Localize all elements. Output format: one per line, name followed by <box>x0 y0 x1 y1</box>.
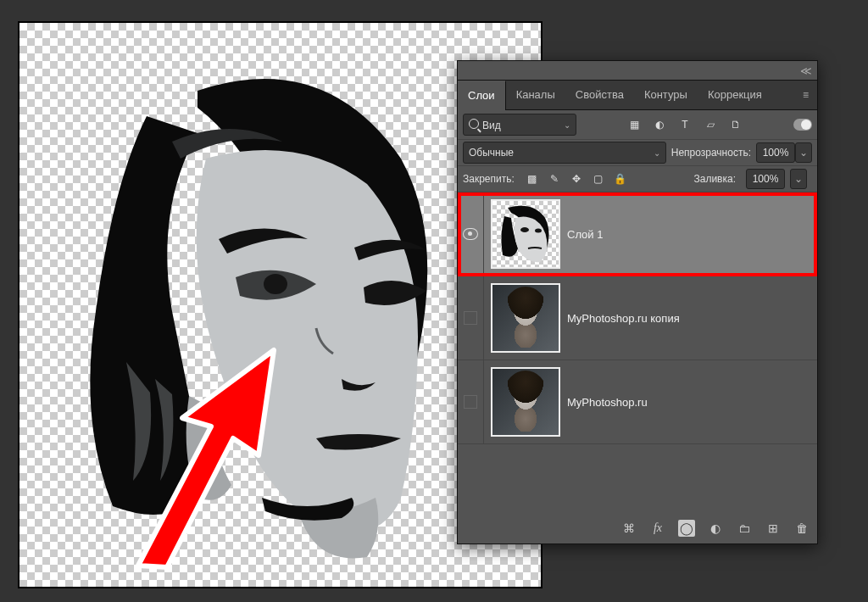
link-icon[interactable]: ⌘ <box>620 520 637 537</box>
layers-footer-icons: ⌘ fx ◯ ◐ 🗀 ⊞ 🗑 <box>620 520 810 537</box>
group-icon[interactable]: 🗀 <box>736 520 753 537</box>
tab-adjustments[interactable]: Коррекция <box>698 81 772 109</box>
panel-menu-icon[interactable]: ≡ <box>794 89 817 101</box>
layer-row[interactable]: Слой 1 <box>458 192 817 276</box>
fill-chevron[interactable]: ⌄ <box>790 169 807 189</box>
blend-opacity-row: Обычные ⌄ Непрозрачность: 100% ⌄ <box>458 140 817 166</box>
layer-name[interactable]: MyPhotoshop.ru <box>567 396 817 409</box>
panel-collapse-icon[interactable]: ≪ <box>795 64 817 77</box>
search-icon <box>469 119 479 129</box>
visibility-checkbox[interactable] <box>464 395 477 409</box>
tab-layers[interactable]: Слои <box>458 81 506 110</box>
tab-paths[interactable]: Контуры <box>634 81 698 109</box>
fx-icon[interactable]: fx <box>649 520 666 537</box>
visibility-checkbox[interactable] <box>464 311 477 325</box>
fill-label: Заливка: <box>693 173 736 185</box>
lock-row: Закрепить: ▩ ✎ ✥ ▢ 🔒 Заливка: 100% ⌄ <box>458 166 817 192</box>
svg-point-1 <box>520 227 529 232</box>
tab-properties[interactable]: Свойства <box>565 81 634 109</box>
opacity-label: Непрозрачность: <box>671 147 751 159</box>
layers-list: Слой 1 MyPhotoshop.ru копия MyPhotoshop.… <box>458 192 817 444</box>
layer-filter-dropdown[interactable]: Вид ⌄ <box>463 114 576 136</box>
layer-thumbnail[interactable] <box>491 283 560 353</box>
lock-position-icon[interactable]: ✥ <box>569 171 584 187</box>
layer-thumbnail[interactable] <box>491 199 560 269</box>
chevron-down-icon: ⌄ <box>654 148 660 158</box>
filter-shape-icon[interactable]: ▱ <box>703 117 718 132</box>
layer-row[interactable]: MyPhotoshop.ru копия <box>458 276 817 360</box>
visibility-column <box>458 192 484 276</box>
filter-icons-group: ▦ ◐ T ▱ 🗋 <box>626 117 743 132</box>
visibility-column <box>458 360 484 443</box>
filter-type-icon[interactable]: T <box>677 117 693 132</box>
lock-artboard-icon[interactable]: ▢ <box>591 171 606 187</box>
blend-mode-dropdown[interactable]: Обычные ⌄ <box>463 142 666 164</box>
lock-transparency-icon[interactable]: ▩ <box>525 171 540 187</box>
opacity-chevron[interactable]: ⌄ <box>795 142 812 163</box>
red-arrow-annotation <box>130 345 308 574</box>
visibility-column <box>458 276 484 360</box>
filter-row: Вид ⌄ ▦ ◐ T ▱ 🗋 <box>458 110 817 140</box>
lock-icons-group: ▩ ✎ ✥ ▢ 🔒 <box>525 171 628 187</box>
filter-smartobj-icon[interactable]: 🗋 <box>728 117 743 132</box>
adjustment-icon[interactable]: ◐ <box>707 520 724 537</box>
lock-brush-icon[interactable]: ✎ <box>547 171 562 187</box>
delete-icon[interactable]: 🗑 <box>793 520 810 537</box>
lock-label: Закрепить: <box>463 173 515 185</box>
opacity-value[interactable]: 100% <box>756 142 795 163</box>
layers-panel: ≪ Слои Каналы Свойства Контуры Коррекция… <box>457 60 818 544</box>
chevron-down-icon: ⌄ <box>564 120 570 130</box>
new-layer-icon[interactable]: ⊞ <box>765 520 782 537</box>
lock-all-icon[interactable]: 🔒 <box>613 171 628 187</box>
layer-name[interactable]: Слой 1 <box>567 228 817 241</box>
filter-dropdown-label: Вид <box>482 120 501 131</box>
layer-row[interactable]: MyPhotoshop.ru <box>458 360 817 444</box>
panel-tabs: Слои Каналы Свойства Контуры Коррекция ≡ <box>458 81 817 110</box>
svg-point-0 <box>264 274 287 294</box>
layer-thumbnail[interactable] <box>491 367 560 437</box>
blend-mode-label: Обычные <box>469 147 514 159</box>
svg-point-2 <box>535 229 542 233</box>
mask-icon[interactable]: ◯ <box>678 520 695 537</box>
eye-icon[interactable] <box>463 228 478 240</box>
filter-pixel-icon[interactable]: ▦ <box>626 117 642 132</box>
fill-value[interactable]: 100% <box>746 169 785 189</box>
filter-adjust-icon[interactable]: ◐ <box>652 117 667 132</box>
tab-channels[interactable]: Каналы <box>506 81 565 109</box>
panel-titlebar[interactable]: ≪ <box>458 61 817 81</box>
layer-name[interactable]: MyPhotoshop.ru копия <box>567 312 817 325</box>
filter-toggle[interactable] <box>793 119 812 131</box>
